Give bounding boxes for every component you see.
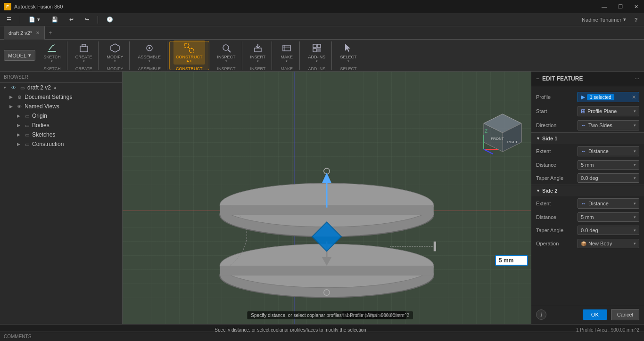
model-label: MODEL xyxy=(8,53,26,58)
tab-close-btn[interactable]: ✕ xyxy=(36,30,40,35)
active-tab[interactable]: draft 2 v2* ✕ xyxy=(4,26,45,40)
new-dropdown-icon: ▾ xyxy=(37,16,40,23)
undo-btn[interactable]: ↩ xyxy=(66,16,76,24)
side1-label: Side 1 xyxy=(542,136,557,141)
undo-icon: ↩ xyxy=(69,16,74,23)
select-arrow-icon: ▾ xyxy=(347,59,349,63)
sketch-arrow-icon: ▾ xyxy=(51,59,53,63)
s1-distance-value-box[interactable]: 5 mm ▾ xyxy=(578,160,639,170)
insert-btn[interactable]: INSERT ▾ xyxy=(248,40,268,65)
create-btn[interactable]: CREATE ▾ xyxy=(73,40,95,65)
new-tab-btn[interactable]: + xyxy=(45,28,56,38)
cancel-btn[interactable]: Cancel xyxy=(611,309,639,320)
create-arrow-icon: ▾ xyxy=(83,59,85,63)
create-group-label: CREATE xyxy=(75,66,92,71)
side2-section-header[interactable]: ▼ Side 2 xyxy=(531,185,644,196)
svg-rect-19 xyxy=(317,44,321,48)
panel-minimize-icon[interactable]: − xyxy=(536,75,539,82)
side2-label: Side 2 xyxy=(542,188,557,194)
addins-btn[interactable]: ADD-INS ▾ xyxy=(305,40,328,65)
modify-btn[interactable]: MODIFY ▾ xyxy=(104,40,125,65)
construct-icon xyxy=(182,41,196,55)
ok-btn[interactable]: OK xyxy=(583,309,607,320)
s1-distance-dropdown-icon: ▾ xyxy=(634,162,636,167)
inspect-btn[interactable]: INSPECT ▾ xyxy=(215,40,238,65)
s2-extent-value-box[interactable]: ↔ Distance ▾ xyxy=(578,198,639,209)
info-btn[interactable]: ℹ xyxy=(536,309,546,320)
profile-value-box[interactable]: ▶ 1 selected ✕ xyxy=(578,92,639,102)
help-icon: ? xyxy=(635,17,637,23)
model-mode-btn[interactable]: MODEL ▾ xyxy=(4,50,35,61)
assemble-icon xyxy=(143,41,156,55)
svg-text:RIGHT: RIGHT xyxy=(507,140,518,144)
s1-taper-value-box[interactable]: 0.0 deg ▾ xyxy=(578,173,639,183)
close-btn[interactable]: ✕ xyxy=(632,4,640,10)
sidebar-item-construction[interactable]: ▶ ▭ Construction xyxy=(0,139,122,149)
profile-selected-badge: 1 selected xyxy=(587,94,614,100)
svg-rect-4 xyxy=(82,44,86,47)
select-label: SELECT xyxy=(340,55,356,59)
new-btn[interactable]: 📄 ▾ xyxy=(26,16,43,24)
toolbar-group-insert: INSERT ▾ INSERT xyxy=(244,41,272,70)
sidebar-item-named-views[interactable]: ▶ 👁 Named Views xyxy=(0,102,122,111)
edit-feature-panel: − EDIT FEATURE ⋯ Profile ▶ 1 selected ✕ … xyxy=(531,72,644,324)
redo-btn[interactable]: ↪ xyxy=(82,16,92,24)
addins-group-label: ADD-INS xyxy=(308,66,325,71)
start-value-box[interactable]: ⊞ Profile Plane ▾ xyxy=(578,106,639,116)
start-dropdown-icon: ▾ xyxy=(634,109,636,114)
s2-distance-value-box[interactable]: 5 mm ▾ xyxy=(578,212,639,222)
s2-taper-value-box[interactable]: 0.0 deg ▾ xyxy=(578,226,639,235)
panel-minimize-btn[interactable]: ⋯ xyxy=(635,76,639,81)
construction-arrow-icon: ▶ xyxy=(17,142,22,146)
minimize-btn[interactable]: — xyxy=(600,4,609,10)
panel-header: − EDIT FEATURE ⋯ xyxy=(531,72,644,86)
origin-label: Origin xyxy=(32,113,47,119)
s1-extent-value-box[interactable]: ↔ Distance ▾ xyxy=(578,146,639,156)
origin-arrow-icon: ▶ xyxy=(17,114,22,118)
panel-body: Profile ▶ 1 selected ✕ Start ⊞ Profile P… xyxy=(531,86,644,305)
construct-btn[interactable]: CONSTRUCT ▶ > xyxy=(173,40,205,65)
svg-rect-3 xyxy=(80,46,88,52)
s1-extent-label: Extent xyxy=(536,148,574,154)
app-menu-btn[interactable]: ☰ xyxy=(4,16,14,24)
sketch-btn[interactable]: SKETCH ▾ xyxy=(41,40,63,65)
modify-label: MODIFY xyxy=(107,55,123,59)
main-area: BROWSER ▾ 👁 ▭ draft 2 v2 ● ▶ ⚙ Document … xyxy=(0,72,644,324)
nav-cube[interactable]: FRONT RIGHT Z xyxy=(479,109,526,156)
titlebar-left: F Autodesk Fusion 360 xyxy=(4,3,63,10)
side1-section-header[interactable]: ▼ Side 1 xyxy=(531,132,644,144)
ribbon: ☰ 📄 ▾ 💾 ↩ ↪ 🕐 Nadine Tuhaimer ▾ ? xyxy=(0,13,644,26)
insert-btn-row: INSERT ▾ xyxy=(248,40,268,65)
direction-value-box[interactable]: ↔ Two Sides ▾ xyxy=(578,120,639,130)
sidebar-item-doc-settings[interactable]: ▶ ⚙ Document Settings xyxy=(0,92,122,102)
sidebar-item-origin[interactable]: ▶ ▭ Origin xyxy=(0,111,122,121)
s1-taper-label: Taper Angle xyxy=(536,175,574,181)
select-btn[interactable]: SELECT ▾ xyxy=(338,40,359,65)
s2-distance-value: 5 mm xyxy=(581,214,594,220)
help-btn[interactable]: ? xyxy=(632,16,640,24)
maximize-btn[interactable]: ❐ xyxy=(616,4,625,10)
doc-settings-label: Document Settings xyxy=(25,94,72,100)
sidebar-item-root[interactable]: ▾ 👁 ▭ draft 2 v2 ● xyxy=(0,83,122,92)
profile-selector-icon: ▶ xyxy=(581,94,585,100)
svg-rect-13 xyxy=(255,48,261,52)
svg-rect-20 xyxy=(313,49,316,52)
sidebar-item-bodies[interactable]: ▶ ▭ Bodies xyxy=(0,121,122,130)
sidebar-item-sketches[interactable]: ▶ ▭ Sketches xyxy=(0,130,122,139)
toolbar-group-inspect: INSPECT ▾ INSPECT xyxy=(211,41,242,70)
profile-clear-btn[interactable]: ✕ xyxy=(632,94,636,100)
select-group-label: SELECT xyxy=(340,66,356,71)
assemble-btn[interactable]: ASSEMBLE ▾ xyxy=(135,40,163,65)
operation-value-box[interactable]: 📦 New Body ▾ xyxy=(578,239,639,248)
make-btn[interactable]: MAKE ▾ xyxy=(278,40,296,65)
select-btn-row: SELECT ▾ xyxy=(338,40,359,65)
viewport[interactable]: 5 mm FRONT RIGHT Z xyxy=(123,72,531,324)
distance-input[interactable]: 5 mm xyxy=(495,255,528,266)
history-btn[interactable]: 🕐 xyxy=(104,16,116,24)
svg-marker-32 xyxy=(322,172,332,183)
save-btn[interactable]: 💾 xyxy=(49,16,61,24)
construct-btn-row: CONSTRUCT ▶ > xyxy=(173,40,205,65)
tab-name: draft 2 v2* xyxy=(8,30,32,36)
box-icon: ▭ xyxy=(19,84,25,91)
select-icon xyxy=(342,41,355,55)
